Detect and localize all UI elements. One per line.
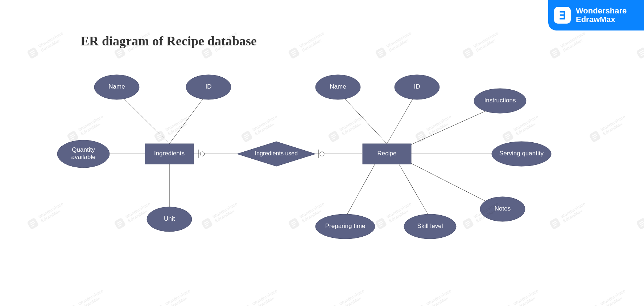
edge-rec-instr: [410, 106, 497, 145]
brand-ribbon: Ǝ Wondershare EdrawMax: [548, 0, 644, 30]
attr-rec-instr-label: Instructions: [484, 97, 516, 104]
brand-glyph: Ǝ: [559, 9, 566, 22]
brand-line1: Wondershare: [576, 7, 627, 15]
attr-rec-prep-label: Preparing time: [325, 223, 366, 229]
edge-rec-prep: [345, 164, 375, 218]
attr-rec-id-label: ID: [414, 83, 420, 90]
attr-rec-skill: Skill level: [404, 214, 456, 239]
attr-rec-name: Name: [315, 75, 360, 99]
attr-rec-notes-label: Notes: [495, 205, 511, 212]
attr-ing-id: ID: [186, 75, 231, 99]
svg-point-1: [200, 152, 205, 156]
attr-ing-qty-label-1: Quantity: [72, 146, 95, 153]
edge-ing-id: [169, 91, 209, 144]
edge-ing-name: [117, 91, 169, 144]
brand-text: Wondershare EdrawMax: [576, 7, 627, 24]
attr-rec-servq: Serving quantity: [492, 142, 551, 166]
er-svg: Ingredients Recipe Ingredients used Name…: [0, 0, 644, 306]
attr-rec-servq-label: Serving quantity: [499, 150, 544, 157]
entity-ingredients-label: Ingredients: [154, 150, 185, 157]
entity-recipe: Recipe: [363, 144, 411, 164]
attr-ing-qty-label-2: available: [71, 154, 95, 160]
attr-rec-name-label: Name: [330, 83, 346, 90]
attr-ing-qty: Quantity available: [57, 140, 110, 168]
relationship-ingredients-used: Ingredients used: [237, 142, 315, 166]
relationship-label: Ingredients used: [255, 150, 298, 156]
attr-ing-id-label: ID: [206, 83, 212, 90]
attr-rec-notes: Notes: [480, 197, 525, 221]
attr-rec-id: ID: [395, 75, 439, 99]
svg-point-3: [320, 152, 324, 156]
entity-recipe-label: Recipe: [377, 150, 397, 157]
brand-line2: EdrawMax: [576, 15, 627, 24]
attr-ing-name-label: Name: [108, 83, 125, 90]
attr-ing-unit: Unit: [147, 207, 192, 232]
brand-logo-icon: Ǝ: [554, 7, 571, 24]
attr-rec-skill-label: Skill level: [417, 223, 443, 229]
edge-rec-notes: [410, 163, 497, 207]
attr-rec-instr: Instructions: [474, 89, 526, 113]
diagram-canvas: ER diagram of Recipe database: [0, 0, 644, 306]
attr-ing-name: Name: [94, 75, 139, 99]
entity-ingredients: Ingredients: [145, 144, 194, 164]
edge-rec-skill: [399, 164, 430, 218]
edge-rec-name: [338, 91, 387, 144]
attr-rec-prep: Preparing time: [315, 214, 375, 239]
attr-ing-unit-label: Unit: [164, 215, 175, 222]
